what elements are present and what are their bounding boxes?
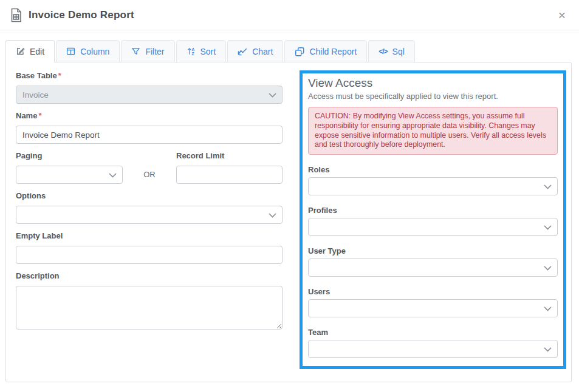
funnel-icon	[131, 47, 140, 56]
code-icon: </>	[379, 47, 387, 56]
record-limit-label: Record Limit	[176, 150, 283, 161]
chevron-down-icon	[544, 347, 552, 352]
required-asterisk: *	[58, 71, 61, 80]
base-table-value: Invoice	[22, 90, 49, 100]
report-settings-form: Base Table* Invoice Name* Paging	[16, 70, 283, 336]
field-empty-label: Empty Label	[16, 231, 283, 264]
chevron-down-icon	[109, 173, 117, 178]
profiles-select[interactable]	[308, 218, 558, 236]
page-title: Invoice Demo Report	[29, 9, 134, 21]
user-type-label: User Type	[308, 246, 558, 256]
record-limit-input[interactable]	[176, 166, 283, 184]
paging-record-limit-row: Paging OR Record Limit	[16, 150, 283, 184]
description-textarea[interactable]	[16, 286, 283, 329]
profiles-label: Profiles	[308, 205, 558, 215]
tab-column[interactable]: Column	[56, 40, 120, 63]
view-access-subtitle: Access must be specifically applied to v…	[308, 92, 558, 101]
field-options: Options	[16, 191, 283, 224]
svg-text:Z: Z	[191, 52, 194, 56]
options-select[interactable]	[16, 206, 283, 224]
required-asterisk: *	[38, 111, 41, 120]
line-chart-icon	[238, 47, 247, 56]
chevron-down-icon	[544, 225, 552, 230]
team-select[interactable]	[308, 340, 558, 358]
field-roles: Roles	[308, 164, 558, 195]
description-label: Description	[16, 271, 283, 281]
report-editor-window: Invoice Demo Report × Edit Column	[0, 0, 579, 392]
empty-label-label: Empty Label	[16, 231, 283, 241]
tab-label: Sql	[392, 47, 405, 56]
field-description: Description	[16, 271, 283, 329]
field-profiles: Profiles	[308, 205, 558, 236]
chevron-down-icon	[544, 266, 552, 271]
tab-filter[interactable]: Filter	[121, 40, 174, 63]
close-icon[interactable]: ×	[555, 7, 569, 22]
chevron-down-icon	[544, 184, 552, 189]
tab-sort[interactable]: A Z Sort	[176, 40, 227, 63]
chevron-down-icon	[269, 93, 276, 98]
user-type-select[interactable]	[308, 259, 558, 277]
paging-select[interactable]	[16, 166, 123, 184]
copy-icon	[295, 47, 304, 56]
chevron-down-icon	[544, 306, 552, 311]
tab-chart[interactable]: Chart	[227, 40, 283, 63]
pencil-icon	[16, 47, 25, 56]
tab-bar: Edit Column Filter	[5, 40, 572, 63]
tab-edit[interactable]: Edit	[5, 40, 55, 63]
base-table-select: Invoice	[16, 86, 283, 104]
tab-label: Filter	[145, 47, 164, 56]
name-input[interactable]	[16, 126, 283, 144]
name-label: Name	[16, 111, 37, 120]
roles-select[interactable]	[308, 177, 558, 195]
tab-label: Child Report	[309, 47, 357, 56]
tab-child-report[interactable]: Child Report	[284, 40, 367, 63]
report-document-icon	[10, 8, 22, 22]
field-base-table: Base Table* Invoice	[16, 70, 283, 104]
table-columns-icon	[66, 47, 75, 56]
field-user-type: User Type	[308, 246, 558, 277]
tab-label: Sort	[200, 47, 216, 56]
field-record-limit: Record Limit	[176, 150, 283, 184]
tab-label: Edit	[30, 47, 44, 56]
window-header: Invoice Demo Report ×	[0, 0, 579, 30]
sort-az-icon: A Z	[187, 47, 196, 56]
field-name: Name*	[16, 110, 283, 144]
users-label: Users	[308, 286, 558, 297]
tab-label: Column	[80, 47, 109, 56]
view-access-title: View Access	[308, 76, 558, 90]
field-team: Team	[308, 327, 558, 358]
team-label: Team	[308, 327, 558, 337]
roles-label: Roles	[308, 164, 558, 175]
tab-sql[interactable]: </> Sql	[368, 40, 415, 63]
edit-tab-content: Base Table* Invoice Name* Paging	[5, 62, 572, 382]
tab-label: Chart	[252, 47, 273, 56]
options-label: Options	[16, 191, 283, 201]
paging-label: Paging	[16, 150, 123, 161]
users-select[interactable]	[308, 299, 558, 317]
caution-alert: CAUTION: By modifying View Access settin…	[308, 107, 558, 155]
field-users: Users	[308, 286, 558, 317]
base-table-label: Base Table	[16, 71, 57, 80]
or-separator: OR	[123, 170, 176, 179]
empty-label-input[interactable]	[16, 246, 283, 264]
chevron-down-icon	[269, 213, 276, 218]
view-access-panel: View Access Access must be specifically …	[300, 70, 566, 369]
field-paging: Paging	[16, 150, 123, 184]
